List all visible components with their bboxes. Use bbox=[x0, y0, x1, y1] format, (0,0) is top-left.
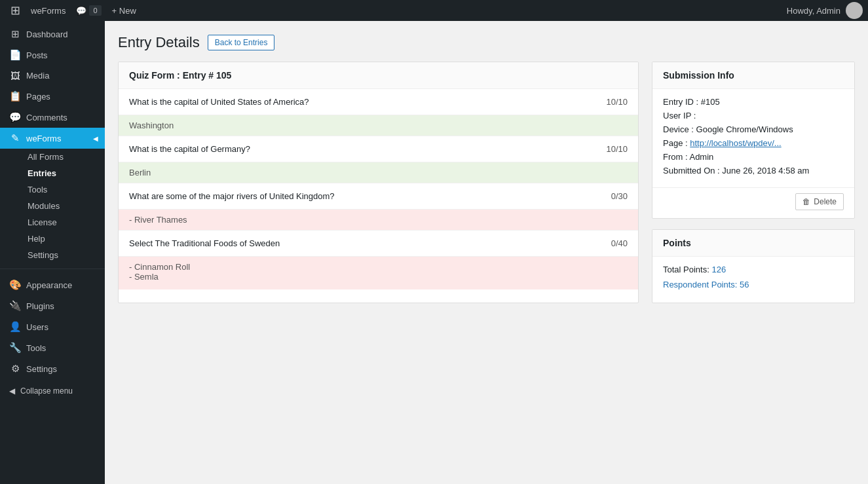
appearance-icon: 🎨 bbox=[9, 279, 21, 291]
weforms-icon: ✎ bbox=[9, 132, 21, 144]
question-row-3: What are some of the major rivers of Uni… bbox=[119, 183, 638, 210]
admin-avatar[interactable] bbox=[846, 2, 863, 19]
sidebar-item-plugins[interactable]: 🔌 Plugins bbox=[0, 295, 105, 316]
page-header: Entry Details Back to Entries bbox=[118, 34, 855, 51]
sidebar-item-label: Pages bbox=[26, 92, 50, 102]
sidebar-item-settings[interactable]: ⚙ Settings bbox=[0, 358, 105, 379]
device-value: Google Chrome/Windows bbox=[696, 124, 793, 134]
main-content: Entry Details Back to Entries Quiz Form … bbox=[105, 21, 868, 484]
pages-icon: 📋 bbox=[9, 90, 21, 102]
answer-row-2: Berlin bbox=[119, 162, 638, 183]
wp-logo-icon[interactable]: ⊞ bbox=[5, 3, 26, 18]
user-ip-row: User IP : bbox=[663, 111, 844, 121]
settings-label: Settings bbox=[28, 250, 58, 260]
modules-label: Modules bbox=[28, 201, 60, 211]
sidebar-item-users[interactable]: 👤 Users bbox=[0, 316, 105, 337]
respondent-points-row: Respondent Points: 56 bbox=[663, 280, 844, 289]
dashboard-icon: ⊞ bbox=[9, 28, 21, 40]
sidebar-item-posts[interactable]: 📄 Posts bbox=[0, 45, 105, 65]
comments-count: 0 bbox=[89, 5, 101, 16]
comments-icon: 💬 bbox=[9, 111, 21, 123]
users-icon: 👤 bbox=[9, 321, 21, 333]
sidebar-item-media[interactable]: 🖼 Media bbox=[0, 65, 105, 86]
question-score-3: 0/30 bbox=[611, 191, 628, 201]
sidebar-item-label: Comments bbox=[26, 113, 67, 122]
entry-card: Quiz Form : Entry # 105 What is the capi… bbox=[118, 62, 639, 303]
sidebar-sub-modules[interactable]: Modules bbox=[0, 198, 105, 214]
sidebar-sub-license[interactable]: License bbox=[0, 214, 105, 231]
sidebar-item-pages[interactable]: 📋 Pages bbox=[0, 86, 105, 107]
question-label-2: What is the capital of Germany? bbox=[129, 144, 250, 154]
collapse-icon: ◀ bbox=[9, 386, 15, 396]
site-name-link[interactable]: weForms bbox=[26, 0, 71, 21]
sidebar-sub-help[interactable]: Help bbox=[0, 231, 105, 247]
from-row: From : Admin bbox=[663, 152, 844, 162]
comments-link[interactable]: 💬 0 bbox=[71, 0, 106, 21]
respondent-points-value: 56 bbox=[740, 280, 749, 289]
sidebar-item-dashboard[interactable]: ⊞ Dashboard bbox=[0, 24, 105, 45]
question-label-1: What is the capital of United States of … bbox=[129, 97, 309, 107]
submitted-value: June 26, 2018 4:58 am bbox=[722, 166, 809, 176]
trash-icon: 🗑 bbox=[802, 197, 810, 206]
tools-label: Tools bbox=[28, 185, 47, 195]
right-sidebar: Submission Info Entry ID : #105 User IP … bbox=[652, 62, 855, 303]
weforms-arrow: ◀ bbox=[93, 135, 98, 142]
sidebar-item-weforms[interactable]: ✎ weForms ◀ bbox=[0, 128, 105, 149]
page-title: Entry Details bbox=[118, 34, 200, 51]
total-points-value: 126 bbox=[711, 265, 726, 274]
answer-row-1: Washington bbox=[119, 115, 638, 136]
collapse-menu[interactable]: ◀ Collapse menu bbox=[0, 382, 105, 400]
submitted-label: Submitted On : bbox=[663, 166, 720, 176]
help-label: Help bbox=[28, 234, 45, 244]
settings-icon: ⚙ bbox=[9, 363, 21, 375]
sidebar-sub-settings[interactable]: Settings bbox=[0, 247, 105, 263]
page-link[interactable]: http://localhost/wpdev/... bbox=[690, 138, 781, 148]
answer-row-4: - Cinnamon Roll - Semla bbox=[119, 257, 638, 289]
question-label-4: Select The Traditional Foods of Sweden bbox=[129, 238, 280, 248]
sidebar-item-label: Appearance bbox=[26, 280, 72, 290]
sidebar-item-appearance[interactable]: 🎨 Appearance bbox=[0, 274, 105, 295]
sidebar-item-label: Media bbox=[26, 71, 49, 81]
question-label-3: What are some of the major rivers of Uni… bbox=[129, 191, 335, 201]
user-ip-label: User IP : bbox=[663, 111, 696, 121]
submission-info-footer: 🗑 Delete bbox=[652, 187, 854, 218]
posts-icon: 📄 bbox=[9, 49, 21, 61]
device-label: Device : bbox=[663, 124, 694, 134]
sidebar-sub-tools[interactable]: Tools bbox=[0, 181, 105, 198]
comment-icon: 💬 bbox=[76, 6, 86, 16]
sidebar-sub-all-forms[interactable]: All Forms bbox=[0, 149, 105, 165]
collapse-label: Collapse menu bbox=[20, 386, 73, 396]
new-link[interactable]: + New bbox=[107, 0, 142, 21]
back-to-entries-button[interactable]: Back to Entries bbox=[208, 35, 275, 50]
question-row-1: What is the capital of United States of … bbox=[119, 89, 638, 115]
sidebar-item-label: Users bbox=[26, 322, 48, 332]
points-card: Points Total Points: 126 Respondent Poin… bbox=[652, 229, 855, 303]
submission-info-card: Submission Info Entry ID : #105 User IP … bbox=[652, 62, 855, 219]
submission-info-header: Submission Info bbox=[652, 62, 854, 89]
sidebar: ⊞ Dashboard 📄 Posts 🖼 Media 📋 Pages 💬 Co… bbox=[0, 21, 105, 484]
entries-label: Entries bbox=[28, 168, 56, 178]
answer-item-2: - Semla bbox=[129, 272, 628, 282]
top-bar: ⊞ weForms 💬 0 + New Howdy, Admin bbox=[0, 0, 868, 21]
total-points-row: Total Points: 126 bbox=[663, 265, 844, 274]
points-header: Points bbox=[652, 230, 854, 257]
from-value: Admin bbox=[689, 152, 713, 162]
sidebar-sub-entries[interactable]: Entries bbox=[0, 165, 105, 181]
device-row: Device : Google Chrome/Windows bbox=[663, 124, 844, 134]
points-body: Total Points: 126 Respondent Points: 56 bbox=[652, 257, 854, 303]
sidebar-item-tools[interactable]: 🔧 Tools bbox=[0, 337, 105, 358]
media-icon: 🖼 bbox=[9, 70, 21, 81]
entry-card-header: Quiz Form : Entry # 105 bbox=[119, 62, 638, 89]
delete-button[interactable]: 🗑 Delete bbox=[795, 193, 844, 210]
question-row-2: What is the capital of Germany? 10/10 bbox=[119, 136, 638, 162]
from-label: From : bbox=[663, 152, 688, 162]
sidebar-item-comments[interactable]: 💬 Comments bbox=[0, 107, 105, 128]
all-forms-label: All Forms bbox=[28, 152, 64, 162]
entry-id-label: Entry ID : bbox=[663, 97, 698, 107]
question-score-4: 0/40 bbox=[611, 238, 628, 248]
submission-info-body: Entry ID : #105 User IP : Device : Googl… bbox=[652, 89, 854, 187]
sidebar-item-label: Settings bbox=[26, 364, 57, 374]
question-score-2: 10/10 bbox=[606, 144, 628, 154]
sidebar-item-label: Posts bbox=[26, 50, 48, 60]
sidebar-item-label: weForms bbox=[26, 134, 61, 143]
